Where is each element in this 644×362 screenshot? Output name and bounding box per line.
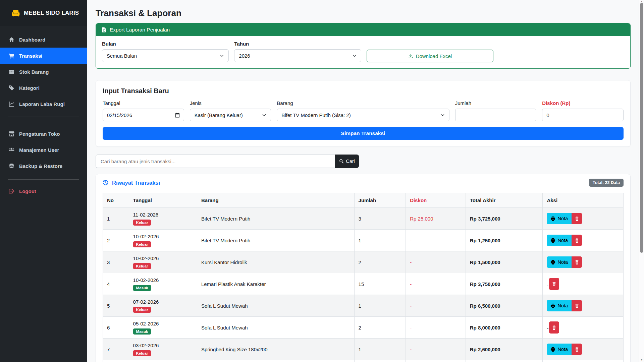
search-input[interactable] [96, 155, 335, 168]
sidebar-item-dashboard[interactable]: Dashboard [0, 32, 87, 48]
cell-barang: Kursi Kantor Hidrolik [197, 251, 354, 273]
download-icon [408, 54, 413, 59]
cell-jumlah [354, 360, 406, 362]
vertical-scrollbar[interactable]: ▲ ▼ [639, 0, 644, 362]
calendar-icon[interactable] [175, 113, 180, 118]
sidebar-item-manajemen-user[interactable]: Manajemen User [0, 142, 87, 158]
table-row: 703-02-2026KeluarSpringbed King Size 180… [103, 339, 624, 360]
cell-jumlah: 2 [354, 251, 406, 273]
excel-file-icon [101, 27, 107, 33]
barang-select[interactable]: Bifet TV Modern Putih (Sisa: 2) [277, 109, 449, 121]
cell-barang: Bifet TV Modern Putih [197, 230, 354, 251]
column-header-barang: Barang [197, 193, 354, 208]
cell-diskon: - [406, 295, 466, 317]
cell-barang: Sofa L Sudut Mewah [197, 317, 354, 339]
delete-button[interactable] [572, 300, 582, 311]
scrollbar-down-arrow[interactable]: ▼ [639, 358, 644, 361]
sidebar-item-kategori[interactable]: Kategori [0, 80, 87, 96]
sidebar-item-stok-barang[interactable]: Stok Barang [0, 64, 87, 80]
cell-total-akhir: Rp 3,750,000 [466, 273, 543, 295]
nota-button[interactable]: Nota [547, 256, 572, 268]
diskon-label: Diskon (Rp) [542, 100, 624, 106]
nota-button[interactable]: Nota [547, 235, 572, 246]
tanggal-date-input[interactable]: 02/15/2026 [103, 109, 184, 121]
table-header-row: NoTanggalBarangJumlahDiskonTotal AkhirAk… [103, 193, 624, 208]
sidebar-item-transaksi[interactable]: Transaksi [0, 48, 87, 64]
action-button-group: Nota [547, 300, 582, 311]
simpan-transaksi-button[interactable]: Simpan Transaksi [103, 127, 624, 140]
cell-no: 3 [103, 251, 129, 273]
printer-icon [550, 347, 555, 352]
sidebar-item-label: Pengaturan Toko [19, 131, 60, 137]
brand: MEBEL SIDO LARIS [0, 0, 87, 26]
jumlah-input[interactable] [455, 109, 537, 121]
tahun-selected-value: 2026 [239, 53, 250, 59]
bulan-select[interactable]: Semua Bulan [102, 49, 229, 62]
delete-button[interactable] [549, 321, 559, 334]
delete-button[interactable] [572, 213, 582, 224]
transaction-date: 10-02-2026 [133, 277, 193, 283]
column-header-tanggal: Tanggal [129, 193, 197, 208]
couch-icon [11, 9, 20, 17]
scrollbar-thumb[interactable] [640, 3, 643, 253]
cell-aksi: - [543, 317, 624, 339]
tanggal-label: Tanggal [103, 100, 184, 106]
input-transaksi-card: Input Transaksi Baru Tanggal 02/15/2026 … [96, 80, 631, 147]
table-body: 111-02-2026KeluarBifet TV Modern Putih3R… [103, 208, 624, 362]
cell-tanggal: 10-02-2026Keluar [129, 230, 197, 251]
cari-button[interactable]: Cari [335, 155, 359, 168]
column-header-total-akhir: Total Akhir [466, 193, 543, 208]
sidebar-item-backup-restore[interactable]: Backup & Restore [0, 158, 87, 174]
sidebar-item-pengaturan-toko[interactable]: Pengaturan Toko [0, 126, 87, 142]
nota-button[interactable]: Nota [547, 344, 572, 355]
cell-tanggal [129, 360, 197, 362]
download-excel-button[interactable]: Download Excel [367, 50, 493, 62]
export-header-label: Export Laporan Penjualan [110, 27, 170, 33]
cell-jumlah: 2 [354, 317, 406, 339]
nota-button[interactable]: Nota [547, 213, 572, 224]
delete-button[interactable] [549, 278, 559, 290]
trash-icon [575, 216, 579, 221]
delete-button[interactable] [572, 256, 582, 268]
cell-no: 5 [103, 295, 129, 317]
table-row: 605-02-2026MasukSofa L Sudut Mewah2-Rp 8… [103, 317, 624, 339]
sidebar-item-label: Transaksi [19, 53, 42, 59]
cell-barang: Lemari Plastik Anak Karakter [197, 273, 354, 295]
nota-button-label: Nota [557, 259, 568, 265]
riwayat-title-label: Riwayat Transaksi [112, 180, 160, 186]
type-badge-keluar: Keluar [133, 350, 151, 356]
cell-diskon [406, 360, 466, 362]
sidebar-item-laporan-laba-rugi[interactable]: Laporan Laba Rugi [0, 96, 87, 112]
cell-tanggal: 05-02-2026Masuk [129, 317, 197, 339]
trash-icon [575, 347, 579, 352]
riwayat-transaksi-card: Riwayat Transaksi Total: 22 Data NoTangg… [96, 174, 631, 362]
delete-button[interactable] [572, 344, 582, 355]
scrollbar-up-arrow[interactable]: ▲ [639, 0, 644, 3]
printer-icon [550, 303, 555, 308]
cell-no: 6 [103, 317, 129, 339]
riwayat-transaksi-link[interactable]: Riwayat Transaksi [103, 180, 160, 186]
cell-tanggal: 03-02-2026Keluar [129, 339, 197, 360]
jumlah-label: Jumlah [455, 100, 537, 106]
input-card-title: Input Transaksi Baru [103, 87, 624, 95]
jenis-selected-value: Kasir (Barang Keluar) [195, 112, 243, 118]
diskon-input[interactable] [542, 109, 624, 121]
type-badge-keluar: Keluar [133, 241, 151, 247]
sidebar-item-logout[interactable]: Logout [0, 183, 87, 199]
cell-barang: Bifet TV Modern Putih [197, 208, 354, 230]
cell-jumlah: 1 [354, 295, 406, 317]
chevron-down-icon [352, 54, 357, 58]
sidebar: MEBEL SIDO LARIS DashboardTransaksiStok … [0, 0, 87, 362]
cell-tanggal: 10-02-2026Masuk [129, 273, 197, 295]
tahun-select[interactable]: 2026 [234, 49, 361, 62]
cell-aksi: Nota [543, 230, 624, 251]
nota-button[interactable]: Nota [547, 300, 572, 311]
cell-diskon: - [406, 230, 466, 251]
printer-icon [550, 238, 555, 243]
jenis-select[interactable]: Kasir (Barang Keluar) [190, 109, 271, 121]
delete-button[interactable] [572, 235, 582, 246]
transaction-date: 05-02-2026 [133, 321, 193, 326]
printer-icon [550, 260, 555, 265]
no-nota-dash: - [547, 325, 548, 331]
chevron-down-icon [440, 113, 445, 117]
